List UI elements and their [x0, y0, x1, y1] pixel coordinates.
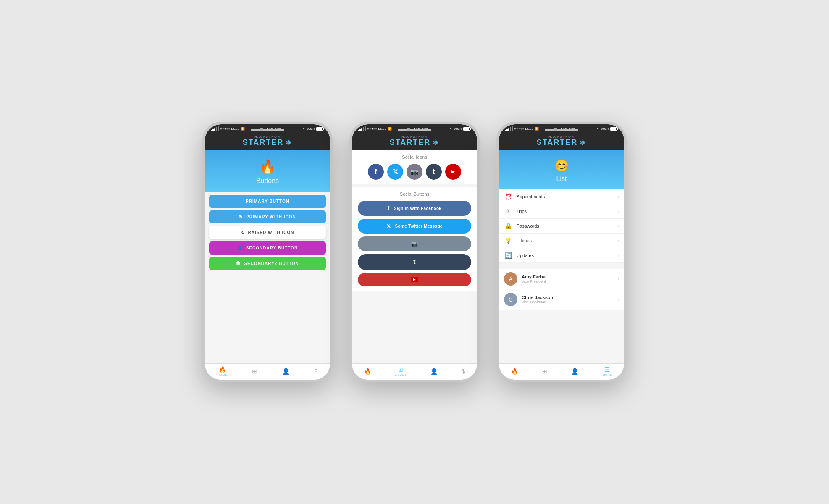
chevron-passwords: ›: [618, 224, 619, 228]
sign-in-twitter-button[interactable]: 𝕏 Some Twitter Message: [358, 219, 471, 234]
social-buttons-col: f Sign In With Facebook 𝕏 Some Twitter M…: [358, 201, 471, 286]
atom-icon-3: ⚛: [580, 139, 586, 147]
tab-home-1[interactable]: 🔥 HOME: [214, 365, 231, 377]
list-item-appointments[interactable]: ⏰ Appointments ›: [499, 189, 624, 204]
list-hero-title: List: [556, 175, 567, 183]
home-tab-icon-3: 🔥: [511, 368, 518, 375]
app-name-main-3: STARTER ⚛: [503, 138, 620, 147]
chevron-amy: ›: [618, 277, 619, 281]
tab-bar-1: 🔥 HOME ⊞ 👤 $: [205, 363, 330, 380]
tab-dollar-2[interactable]: $: [458, 367, 468, 376]
phone-camera: [260, 128, 263, 131]
secondary2-button[interactable]: 🏛 SECONDARY2 BUTTON: [209, 257, 326, 270]
avatar-amy: A: [504, 272, 517, 286]
profile-tab-icon-2: 👤: [430, 368, 438, 375]
social-buttons-title: Social Buttons: [358, 192, 471, 197]
phone-3: ●●●○○ BELL 🛜 4:21 PM ✴ 100% HACKATHON ST…: [496, 122, 627, 382]
trips-icon: ✈: [504, 208, 512, 215]
tab-about-3[interactable]: ⊞: [539, 367, 551, 376]
bluetooth-icon-2: ✴: [449, 127, 452, 131]
passwords-label: Passwords: [517, 223, 614, 228]
trips-label: Trips: [517, 209, 614, 214]
secondary-button[interactable]: 👤 SECONDARY BUTTON: [209, 242, 326, 255]
list-group-2: A Amy Farha Vice President › C Chris Jac…: [499, 269, 624, 310]
list-item-pitches[interactable]: 💡 Pitches ›: [499, 234, 624, 248]
app-name-main-2: STARTER ⚛: [356, 138, 473, 147]
list-item-amy[interactable]: A Amy Farha Vice President ›: [499, 269, 624, 289]
tab-about-2[interactable]: ⊞ ABOUT: [392, 365, 410, 377]
tw-bird: 𝕏: [393, 168, 398, 176]
app-header-3: HACKATHON STARTER ⚛: [499, 133, 624, 150]
phone-camera-2: [407, 128, 410, 131]
tab-home-3[interactable]: 🔥: [508, 367, 522, 376]
list-hero: 😊 List: [499, 150, 624, 189]
building-icon: 🏛: [236, 261, 241, 266]
tab-profile-1[interactable]: 👤: [279, 367, 293, 376]
phone-2-screen: ●●●○○ BELL 🛜 4:21 PM ✴ 100% HACKATHON ST…: [352, 124, 477, 380]
buttons-hero: 🔥 Buttons: [205, 150, 330, 192]
home-tab-icon-2: 🔥: [364, 368, 371, 375]
tab-home-2[interactable]: 🔥: [361, 367, 375, 376]
phone-3-screen: ●●●○○ BELL 🛜 4:21 PM ✴ 100% HACKATHON ST…: [499, 124, 624, 380]
social-icons-section: Social Icons f 𝕏 📷 t: [352, 150, 477, 184]
appointments-label: Appointments: [517, 194, 614, 199]
wifi-icon: 🛜: [241, 127, 245, 131]
status-signal-3: ●●●○○ BELL 🛜: [505, 126, 539, 131]
tumblr-icon-circle[interactable]: t: [426, 164, 442, 180]
tab-bar-3: 🔥 ⊞ 👤 ☰ MORE: [499, 363, 624, 380]
social-icons-row: f 𝕏 📷 t: [358, 164, 471, 180]
sign-in-facebook-button[interactable]: f Sign In With Facebook: [358, 201, 471, 216]
person-info-chris: Chris Jackson Vice Chairman: [522, 295, 614, 304]
screen-content-2: Social Icons f 𝕏 📷 t: [352, 150, 477, 363]
hero-title: Buttons: [256, 177, 279, 185]
updates-label: Updates: [517, 253, 614, 258]
status-battery-3: ✴ 100%: [596, 127, 618, 131]
tab-more-3[interactable]: ☰ MORE: [599, 365, 615, 377]
primary-with-icon-button[interactable]: ↻ PRIMARY WITH ICON: [209, 210, 326, 223]
battery-label-2: 100%: [454, 127, 462, 131]
twitter-icon-circle[interactable]: 𝕏: [387, 164, 403, 180]
list-group-1: ⏰ Appointments › ✈ Trips › 🔒 Passwords ›: [499, 189, 624, 263]
youtube-icon-circle[interactable]: [445, 164, 461, 180]
chevron-trips: ›: [618, 209, 619, 214]
tab-about-1[interactable]: ⊞: [249, 367, 260, 376]
about-tab-icon-3: ⊞: [542, 368, 547, 375]
chevron-appointments: ›: [618, 194, 619, 199]
phone-1-screen: ●●●○○ BELL 🛜 4:21 PM ✴ 100% HACKATHON ST…: [205, 124, 330, 380]
social-icons-title: Social Icons: [358, 155, 471, 160]
sign-in-youtube-button[interactable]: [358, 273, 471, 286]
yt-inner: [449, 169, 458, 175]
signal-icon: [211, 126, 219, 131]
raised-with-icon-button[interactable]: ↻ RAISED WITH ICON: [209, 226, 326, 239]
chris-name: Chris Jackson: [522, 295, 614, 300]
carrier-label-3: ●●●○○ BELL: [514, 127, 533, 131]
tab-dollar-1[interactable]: $: [311, 367, 321, 376]
person-icon: 👤: [237, 246, 243, 250]
phone-speaker-2: [398, 129, 431, 131]
list-item-chris[interactable]: C Chris Jackson Vice Chairman ›: [499, 289, 624, 310]
chevron-pitches: ›: [618, 239, 619, 243]
profile-tab-icon: 👤: [282, 368, 289, 375]
buttons-list: PRIMARY BUTTON ↻ PRIMARY WITH ICON ↻ RAI…: [205, 192, 330, 363]
facebook-icon-circle[interactable]: f: [368, 164, 384, 180]
social-buttons-section: Social Buttons f Sign In With Facebook 𝕏…: [352, 187, 477, 291]
list-item-updates[interactable]: 🔄 Updates ›: [499, 248, 624, 263]
tab-bar-2: 🔥 ⊞ ABOUT 👤 $: [352, 363, 477, 380]
list-item-trips[interactable]: ✈ Trips ›: [499, 204, 624, 219]
primary-button[interactable]: PRIMARY BUTTON: [209, 195, 326, 208]
more-tab-label: MORE: [602, 373, 612, 376]
tm-btn-icon: t: [413, 258, 416, 266]
list-item-passwords[interactable]: 🔒 Passwords ›: [499, 219, 624, 234]
bluetooth-icon: ✴: [302, 127, 305, 131]
home-tab-icon: 🔥: [219, 366, 226, 373]
carrier-label: ●●●○○ BELL: [220, 127, 239, 131]
app-name-main: STARTER ⚛: [209, 138, 326, 147]
tab-profile-2[interactable]: 👤: [427, 367, 441, 376]
sign-in-instagram-button[interactable]: 📷: [358, 236, 471, 251]
sign-in-tumblr-button[interactable]: t: [358, 254, 471, 270]
instagram-icon-circle[interactable]: 📷: [407, 164, 422, 180]
ig-camera: 📷: [410, 168, 419, 176]
tab-profile-3[interactable]: 👤: [568, 367, 582, 376]
about-tab-icon-2: ⊞: [398, 366, 403, 373]
amy-name: Amy Farha: [522, 274, 614, 279]
